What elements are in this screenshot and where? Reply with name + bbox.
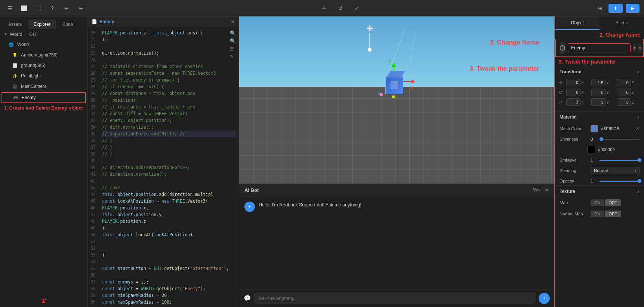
scale-x-input[interactable]: [566, 98, 580, 106]
code-panel-title: Enemy: [99, 19, 228, 24]
position-z-input[interactable]: [617, 79, 631, 86]
transform-section-header[interactable]: Transform ∧: [555, 66, 644, 77]
sidebar-item-maincamera[interactable]: 🎥 MainCamera: [1, 82, 86, 91]
undo-icon[interactable]: ↩: [61, 3, 72, 13]
tab-scene[interactable]: Scene: [600, 16, 644, 30]
rotation-y-input[interactable]: [591, 89, 606, 96]
ai-wiki-link[interactable]: Wiki: [533, 187, 542, 193]
blending-select[interactable]: Normal ›: [591, 167, 640, 174]
mesh-color-swatch[interactable]: [591, 125, 598, 132]
normal-map-off-button[interactable]: OFF: [605, 211, 621, 217]
tab-code[interactable]: Code: [57, 19, 78, 29]
move-icon[interactable]: ✛: [319, 3, 329, 13]
object-name-input[interactable]: [568, 43, 631, 52]
position-x-input[interactable]: [566, 79, 580, 86]
toolbar-center: ✛ ↺ ⤢: [86, 3, 595, 13]
obj-copy-btn[interactable]: ⊕: [633, 44, 636, 52]
ai-chat-input[interactable]: [254, 292, 536, 304]
shininess-slider-container: 0: [591, 137, 640, 141]
cube-face-front: [385, 76, 403, 94]
code-panel-header: 📄 Enemy ✕: [88, 16, 239, 27]
rotation-icon: ↺: [559, 90, 565, 95]
3d-object-container: Y Z X: [378, 63, 412, 101]
code-content[interactable]: PLAYER.position.z - this._object.positi …: [99, 27, 239, 307]
normal-map-on-button[interactable]: ON: [591, 211, 604, 217]
play-button[interactable]: ▶: [626, 4, 640, 13]
shininess-row: Shininess 0: [555, 135, 644, 144]
world-icon: 🌐: [8, 42, 14, 47]
ai-panel-title: AI Bot: [244, 187, 533, 193]
sidebar-item-world[interactable]: 🌐 World: [1, 40, 86, 49]
zoom-out-icon[interactable]: 🔍: [230, 38, 236, 44]
list-icon[interactable]: ☰: [230, 46, 236, 52]
layout-icon[interactable]: ⊞: [595, 3, 606, 13]
material-collapse-icon: ∧: [637, 115, 640, 119]
move-gizmo-dot: [368, 48, 372, 52]
texture-section-header[interactable]: Texture ∧: [555, 186, 644, 197]
tab-explorer[interactable]: Explorer: [28, 19, 56, 29]
code-close-button[interactable]: ✕: [231, 19, 235, 25]
scale-x-field: X: [566, 98, 590, 106]
opacity-slider-container: 1: [591, 179, 640, 183]
ground-icon: ⬜: [12, 62, 18, 68]
sidebar-item-ambientlight[interactable]: 💡 AmbientLight(756): [1, 50, 86, 60]
create-select-hint: 1. Create and Select Enemy object: [0, 104, 87, 112]
map-toggle-group: ON OFF: [591, 199, 621, 206]
sidebar-item-ground[interactable]: ⬜ ground(5d5): [1, 61, 86, 70]
rotation-z-field: Z: [617, 89, 640, 96]
obj-duplicate-btn[interactable]: ⧉: [638, 44, 641, 52]
code-editor[interactable]: 2021222324 2526272829 3031323334 3536373…: [88, 27, 239, 307]
rotation-x-field: X: [566, 89, 590, 96]
gizmo-x-arrow: [412, 79, 415, 84]
scale-z-input[interactable]: [617, 98, 631, 106]
mesh-color-clear-btn[interactable]: ✕: [636, 126, 640, 131]
pivot-dot: [392, 95, 395, 98]
zoom-in-icon[interactable]: 🔍: [230, 30, 236, 36]
toolbar-right: ⊞ ⬆ ▶: [595, 3, 640, 13]
rotation-x-input[interactable]: [566, 89, 580, 96]
y-label: Y: [388, 59, 391, 63]
ai-send-button[interactable]: ↑: [539, 293, 550, 304]
window-icon[interactable]: ⬜: [19, 3, 29, 13]
rotation-z-input[interactable]: [617, 89, 631, 96]
material-section-header[interactable]: Material ∧: [555, 111, 644, 123]
position-y-input[interactable]: [591, 79, 606, 86]
emissive-slider[interactable]: [600, 160, 640, 161]
map-on-button[interactable]: ON: [591, 199, 604, 206]
fullscreen-icon[interactable]: ⛶: [33, 3, 43, 13]
ai-close-button[interactable]: ✕: [545, 187, 549, 193]
shininess-slider[interactable]: [600, 139, 640, 140]
sidebar-delete-button[interactable]: 🗑: [41, 297, 47, 304]
sidebar-item-maincamera-label: MainCamera: [21, 84, 47, 89]
object-name-section: ⬡ ⊕ ⧉ ℹ 🗑: [555, 39, 644, 57]
texture-section: Texture ∧ Map ON OFF Normal Map ON OFF: [555, 185, 644, 219]
expand-icon[interactable]: ⤢: [352, 3, 362, 13]
tab-object[interactable]: Object: [555, 16, 600, 30]
sidebar-item-enemy[interactable]: 🎮 Enemy: [1, 92, 86, 103]
opacity-value: 1: [591, 179, 597, 183]
opacity-label: Opacity: [560, 179, 588, 183]
viewport[interactable]: Y Z X ✛ 2. Change Name 3. Tweak the para…: [239, 16, 554, 184]
sidebar-gui-label[interactable]: GUI: [29, 31, 38, 37]
material-title: Material: [560, 114, 576, 120]
sidebar-world-label[interactable]: World: [10, 31, 22, 37]
emissive-color-swatch[interactable]: [588, 146, 595, 153]
ai-chat-icon[interactable]: 💬: [244, 295, 251, 302]
sidebar-item-pointlight-label: PointLight: [21, 73, 41, 79]
code-file-icon: 📄: [92, 19, 97, 24]
upload-button[interactable]: ⬆: [608, 4, 623, 13]
edit-icon[interactable]: ✎: [230, 54, 236, 59]
menu-icon[interactable]: ☰: [4, 3, 15, 13]
refresh-icon[interactable]: ↺: [335, 3, 346, 13]
ai-greeting-text: Hello, I'm Redbrick Support bot! Ask me …: [259, 202, 361, 209]
pointlight-icon: ✨: [12, 73, 18, 79]
redo-icon[interactable]: ↪: [76, 3, 86, 13]
ai-messages-area: + Hello, I'm Redbrick Support bot! Ask m…: [239, 196, 554, 289]
scale-y-input[interactable]: [591, 98, 606, 106]
help-icon[interactable]: ?: [47, 3, 58, 13]
map-off-button[interactable]: OFF: [605, 199, 621, 206]
opacity-slider[interactable]: [600, 181, 640, 182]
sidebar-item-pointlight[interactable]: ✨ PointLight: [1, 71, 86, 81]
rotation-row: ↺ X Y Z: [559, 89, 640, 96]
tab-assets[interactable]: Assets: [3, 19, 27, 29]
